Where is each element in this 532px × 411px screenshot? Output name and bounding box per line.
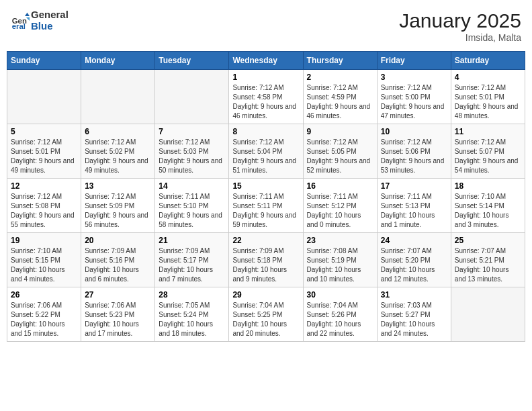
day-info: Sunrise: 7:07 AM Sunset: 5:20 PM Dayligh… [381,246,447,284]
title-area: January 2025 Imsida, Malta [399,9,521,43]
day-info: Sunrise: 7:11 AM Sunset: 5:10 PM Dayligh… [159,192,225,230]
day-info: Sunrise: 7:12 AM Sunset: 5:05 PM Dayligh… [307,138,373,175]
calendar-day-cell: 26Sunrise: 7:06 AM Sunset: 5:22 PM Dayli… [7,287,81,342]
page-header: Gen eral General Blue January 2025 Imsid… [7,7,525,46]
day-number: 6 [85,127,151,136]
calendar-day-cell: 8Sunrise: 7:12 AM Sunset: 5:04 PM Daylig… [229,124,303,179]
calendar-day-cell: 12Sunrise: 7:12 AM Sunset: 5:08 PM Dayli… [7,179,81,233]
day-info: Sunrise: 7:12 AM Sunset: 5:00 PM Dayligh… [381,83,447,121]
day-info: Sunrise: 7:04 AM Sunset: 5:26 PM Dayligh… [307,301,373,338]
day-info: Sunrise: 7:10 AM Sunset: 5:14 PM Dayligh… [455,192,521,230]
day-number: 13 [85,181,151,191]
logo-blue: Blue [31,21,69,32]
weekday-header: Saturday [451,52,525,70]
svg-text:eral: eral [12,22,26,30]
day-number: 20 [85,236,151,245]
day-info: Sunrise: 7:12 AM Sunset: 5:07 PM Dayligh… [455,138,521,175]
day-number: 30 [307,290,373,300]
calendar-day-cell: 25Sunrise: 7:07 AM Sunset: 5:21 PM Dayli… [451,233,525,287]
calendar-day-cell: 22Sunrise: 7:09 AM Sunset: 5:18 PM Dayli… [229,233,303,287]
weekday-header: Thursday [303,52,377,70]
day-info: Sunrise: 7:12 AM Sunset: 5:03 PM Dayligh… [159,138,225,175]
day-info: Sunrise: 7:11 AM Sunset: 5:11 PM Dayligh… [232,192,299,230]
logo-general: General [31,9,69,21]
calendar-day-cell [451,287,525,342]
day-info: Sunrise: 7:12 AM Sunset: 5:01 PM Dayligh… [455,83,521,121]
day-info: Sunrise: 7:11 AM Sunset: 5:13 PM Dayligh… [381,192,447,230]
day-info: Sunrise: 7:11 AM Sunset: 5:12 PM Dayligh… [307,192,373,230]
day-number: 3 [381,73,447,82]
calendar-day-cell: 13Sunrise: 7:12 AM Sunset: 5:09 PM Dayli… [81,179,155,233]
day-info: Sunrise: 7:10 AM Sunset: 5:15 PM Dayligh… [11,246,77,284]
day-info: Sunrise: 7:03 AM Sunset: 5:27 PM Dayligh… [381,301,447,338]
day-info: Sunrise: 7:12 AM Sunset: 5:06 PM Dayligh… [381,138,447,175]
calendar-day-cell: 19Sunrise: 7:10 AM Sunset: 5:15 PM Dayli… [7,233,81,287]
calendar-day-cell: 7Sunrise: 7:12 AM Sunset: 5:03 PM Daylig… [155,124,229,179]
calendar-week-row: 26Sunrise: 7:06 AM Sunset: 5:22 PM Dayli… [7,287,525,342]
day-number: 11 [455,127,521,136]
day-info: Sunrise: 7:06 AM Sunset: 5:23 PM Dayligh… [85,301,151,338]
day-number: 29 [232,290,299,300]
calendar-day-cell: 16Sunrise: 7:11 AM Sunset: 5:12 PM Dayli… [303,179,377,233]
day-number: 17 [381,181,447,191]
calendar-day-cell: 11Sunrise: 7:12 AM Sunset: 5:07 PM Dayli… [451,124,525,179]
calendar-day-cell: 18Sunrise: 7:10 AM Sunset: 5:14 PM Dayli… [451,179,525,233]
calendar-day-cell: 14Sunrise: 7:11 AM Sunset: 5:10 PM Dayli… [155,179,229,233]
calendar-day-cell: 23Sunrise: 7:08 AM Sunset: 5:19 PM Dayli… [303,233,377,287]
day-info: Sunrise: 7:12 AM Sunset: 5:04 PM Dayligh… [232,138,299,175]
day-number: 24 [381,236,447,245]
day-number: 7 [159,127,225,136]
calendar-day-cell: 20Sunrise: 7:09 AM Sunset: 5:16 PM Dayli… [81,233,155,287]
calendar-day-cell: 6Sunrise: 7:12 AM Sunset: 5:02 PM Daylig… [81,124,155,179]
day-info: Sunrise: 7:12 AM Sunset: 5:09 PM Dayligh… [85,192,151,230]
day-info: Sunrise: 7:12 AM Sunset: 5:02 PM Dayligh… [85,138,151,175]
day-number: 12 [11,181,77,191]
day-info: Sunrise: 7:12 AM Sunset: 5:01 PM Dayligh… [11,138,77,175]
weekday-header: Monday [81,52,155,70]
logo: Gen eral General Blue [11,9,69,32]
day-number: 16 [307,181,373,191]
calendar-day-cell: 21Sunrise: 7:09 AM Sunset: 5:17 PM Dayli… [155,233,229,287]
logo-icon: Gen eral [11,11,30,30]
day-number: 15 [232,181,299,191]
calendar-week-row: 1Sunrise: 7:12 AM Sunset: 4:58 PM Daylig… [7,70,525,124]
calendar-day-cell: 24Sunrise: 7:07 AM Sunset: 5:20 PM Dayli… [377,233,451,287]
calendar-day-cell: 27Sunrise: 7:06 AM Sunset: 5:23 PM Dayli… [81,287,155,342]
day-number: 27 [85,290,151,300]
calendar-day-cell: 31Sunrise: 7:03 AM Sunset: 5:27 PM Dayli… [377,287,451,342]
location: Imsida, Malta [399,32,521,43]
day-number: 1 [232,73,299,82]
calendar-day-cell: 1Sunrise: 7:12 AM Sunset: 4:58 PM Daylig… [229,70,303,124]
day-info: Sunrise: 7:12 AM Sunset: 4:58 PM Dayligh… [232,83,299,121]
day-number: 9 [307,127,373,136]
day-number: 31 [381,290,447,300]
day-info: Sunrise: 7:06 AM Sunset: 5:22 PM Dayligh… [11,301,77,338]
calendar-day-cell: 3Sunrise: 7:12 AM Sunset: 5:00 PM Daylig… [377,70,451,124]
day-number: 19 [11,236,77,245]
day-info: Sunrise: 7:09 AM Sunset: 5:17 PM Dayligh… [159,246,225,284]
calendar-day-cell [155,70,229,124]
weekday-header: Friday [377,52,451,70]
calendar-day-cell: 15Sunrise: 7:11 AM Sunset: 5:11 PM Dayli… [229,179,303,233]
calendar-day-cell: 2Sunrise: 7:12 AM Sunset: 4:59 PM Daylig… [303,70,377,124]
day-number: 4 [455,73,521,82]
calendar-day-cell [7,70,81,124]
day-number: 23 [307,236,373,245]
calendar-day-cell: 28Sunrise: 7:05 AM Sunset: 5:24 PM Dayli… [155,287,229,342]
day-info: Sunrise: 7:07 AM Sunset: 5:21 PM Dayligh… [455,246,521,284]
day-info: Sunrise: 7:12 AM Sunset: 4:59 PM Dayligh… [307,83,373,121]
calendar-day-cell: 29Sunrise: 7:04 AM Sunset: 5:25 PM Dayli… [229,287,303,342]
day-number: 8 [232,127,299,136]
weekday-header-row: SundayMondayTuesdayWednesdayThursdayFrid… [7,52,525,70]
day-number: 25 [455,236,521,245]
calendar-day-cell: 4Sunrise: 7:12 AM Sunset: 5:01 PM Daylig… [451,70,525,124]
calendar-week-row: 19Sunrise: 7:10 AM Sunset: 5:15 PM Dayli… [7,233,525,287]
day-number: 14 [159,181,225,191]
day-number: 28 [159,290,225,300]
calendar-day-cell: 10Sunrise: 7:12 AM Sunset: 5:06 PM Dayli… [377,124,451,179]
calendar-day-cell [81,70,155,124]
month-title: January 2025 [399,9,521,32]
calendar-week-row: 5Sunrise: 7:12 AM Sunset: 5:01 PM Daylig… [7,124,525,179]
day-number: 18 [455,181,521,191]
day-number: 21 [159,236,225,245]
